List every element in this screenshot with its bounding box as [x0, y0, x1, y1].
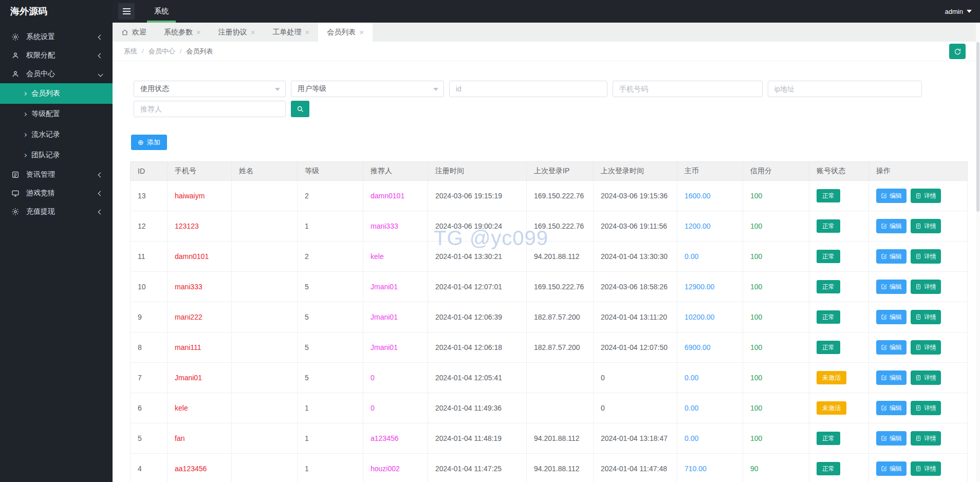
chevron-left-icon	[98, 209, 103, 214]
sidebar-item-news[interactable]: 资讯管理	[0, 165, 113, 184]
detail-icon	[915, 466, 921, 472]
home-icon	[121, 29, 128, 36]
cell-actions: 编辑详情	[869, 454, 968, 482]
search-button[interactable]	[291, 101, 309, 117]
tab-work-order[interactable]: 工单处理 ×	[264, 23, 319, 42]
status-badge: 正常	[817, 219, 840, 233]
close-icon[interactable]: ×	[305, 28, 310, 36]
detail-icon	[915, 253, 921, 259]
column-header: 主币	[677, 162, 743, 181]
detail-button[interactable]: 详情	[911, 431, 941, 446]
cell-account-status: 正常	[809, 423, 869, 454]
cell-credit-score: 100	[743, 242, 809, 272]
sidebar-item-system-settings[interactable]: 系统设置	[0, 28, 113, 46]
detail-button[interactable]: 详情	[911, 401, 941, 415]
cell-main-coin: 1600.00	[677, 181, 743, 211]
detail-icon	[915, 284, 921, 290]
close-icon[interactable]: ×	[251, 28, 255, 36]
close-icon[interactable]: ×	[196, 28, 201, 36]
cell-actions: 编辑详情	[869, 302, 968, 332]
detail-button[interactable]: 详情	[911, 219, 941, 233]
cell-register-time: 2024-03-06 19:15:19	[428, 181, 527, 211]
cell-actions: 编辑详情	[869, 423, 968, 454]
edit-icon	[881, 405, 887, 411]
sidebar-subitem-member-list[interactable]: 会员列表	[0, 83, 113, 104]
cell-id: 12	[131, 211, 168, 242]
sidebar-item-permissions[interactable]: 权限分配	[0, 46, 113, 65]
column-header: 账号状态	[809, 162, 869, 181]
table-row: 10mani3335Jmani012024-01-04 12:07:01169.…	[131, 272, 968, 302]
edit-button[interactable]: 编辑	[876, 370, 907, 385]
monitor-icon	[11, 189, 20, 197]
status-badge: 正常	[817, 250, 840, 263]
close-icon[interactable]: ×	[359, 28, 364, 36]
sidebar-subitem-team-records[interactable]: 团队记录	[0, 145, 113, 165]
user-icon	[11, 51, 20, 60]
dropdown-caret-icon	[275, 88, 280, 94]
edit-button[interactable]: 编辑	[876, 249, 907, 264]
cell-account-status: 正常	[809, 454, 869, 482]
edit-button[interactable]: 编辑	[876, 431, 907, 446]
tab-member-list[interactable]: 会员列表 ×	[318, 23, 373, 42]
news-icon	[11, 171, 20, 179]
detail-button[interactable]: 详情	[911, 340, 941, 355]
cell-actions: 编辑详情	[869, 242, 968, 272]
level-select[interactable]: 用户等级	[291, 81, 444, 97]
id-input[interactable]	[449, 81, 607, 97]
tab-system-params[interactable]: 系统参数 ×	[155, 23, 210, 42]
edit-button[interactable]: 编辑	[876, 280, 907, 294]
edit-button[interactable]: 编辑	[876, 189, 907, 203]
sidebar-subitem-level-config[interactable]: 等级配置	[0, 104, 113, 124]
gear-icon	[11, 208, 20, 216]
edit-button[interactable]: 编辑	[876, 219, 907, 233]
refresh-button[interactable]	[949, 44, 966, 59]
sidebar-item-label: 资讯管理	[26, 170, 99, 179]
sidebar-item-recharge-withdraw[interactable]: 充值提现	[0, 202, 113, 221]
cell-last-login-ip: 169.150.222.76	[527, 181, 594, 211]
cell-last-login-time: 2024-01-04 13:30:30	[594, 242, 677, 272]
scrollbar[interactable]	[976, 23, 980, 482]
tab-register-agreement[interactable]: 注册协议 ×	[210, 23, 264, 42]
breadcrumb-row: 系统/会员中心/会员列表	[113, 42, 980, 61]
cell-level: 2	[298, 181, 363, 211]
user-menu[interactable]: admin	[945, 7, 972, 15]
edit-button[interactable]: 编辑	[876, 340, 907, 355]
sidebar-item-member-center[interactable]: 会员中心	[0, 65, 113, 83]
sidebar: 系统设置 权限分配 会员中心 会员列表 等级配置 流水记录 团队记录 资讯管理	[0, 23, 113, 482]
cell-register-time: 2024-01-04 11:47:25	[428, 454, 527, 482]
referrer-input[interactable]	[134, 101, 286, 117]
edit-button[interactable]: 编辑	[876, 401, 907, 415]
menu-toggle-button[interactable]	[118, 3, 135, 20]
detail-button[interactable]: 详情	[911, 280, 941, 294]
phone-input[interactable]	[613, 81, 763, 97]
cell-register-time: 2024-01-04 11:49:36	[428, 393, 527, 423]
cell-credit-score: 100	[743, 302, 809, 332]
add-button[interactable]: ⊕ 添加	[131, 135, 167, 150]
scrollbar-thumb[interactable]	[976, 42, 979, 212]
cell-account-status: 正常	[809, 242, 869, 272]
detail-button[interactable]: 详情	[911, 189, 941, 203]
detail-button[interactable]: 详情	[911, 370, 941, 385]
cell-level: 5	[298, 302, 363, 332]
ip-input[interactable]	[768, 81, 922, 97]
column-header: 推荐人	[363, 162, 428, 181]
column-header: 上次登录IP	[527, 162, 594, 181]
status-select[interactable]: 使用状态	[134, 81, 286, 97]
cell-level: 1	[298, 211, 363, 242]
table-row: 4aa1234561houzi0022024-01-04 11:47:2594.…	[131, 454, 968, 482]
chevron-left-icon	[98, 53, 103, 58]
tab-welcome[interactable]: 欢迎	[113, 23, 155, 42]
detail-button[interactable]: 详情	[911, 310, 941, 324]
sidebar-item-game-guess[interactable]: 游戏竞猜	[0, 184, 113, 202]
edit-button[interactable]: 编辑	[876, 310, 907, 324]
detail-button[interactable]: 详情	[911, 249, 941, 264]
cell-last-login-time: 2024-03-06 19:11:56	[594, 211, 677, 242]
cell-account-status: 正常	[809, 302, 869, 332]
cell-phone: mani222	[168, 302, 232, 332]
sidebar-subitem-flow-records[interactable]: 流水记录	[0, 124, 113, 145]
cell-name	[232, 363, 298, 393]
topnav-system[interactable]: 系统	[144, 0, 179, 23]
edit-button[interactable]: 编辑	[876, 461, 907, 476]
gear-icon	[11, 33, 20, 41]
detail-button[interactable]: 详情	[911, 461, 941, 476]
